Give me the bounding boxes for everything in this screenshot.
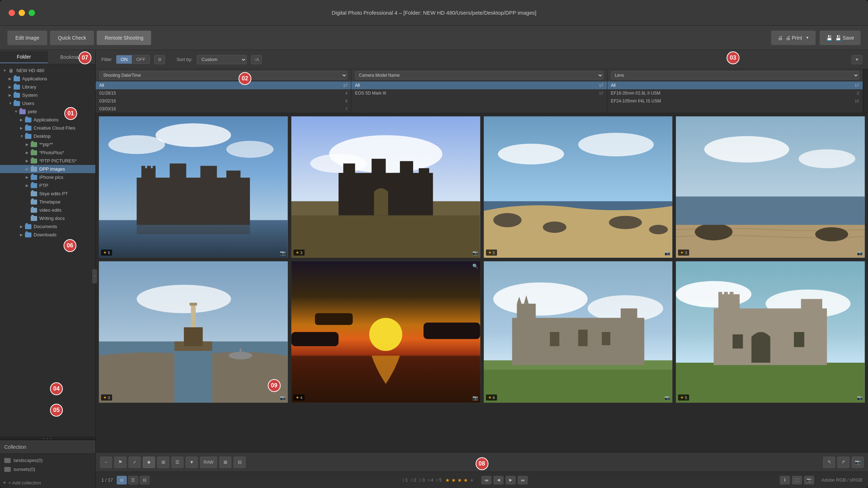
fullscreen-button[interactable]: ⛶ [792, 476, 802, 484]
camera-filter-item-all[interactable]: All 17 [351, 81, 607, 89]
save-button[interactable]: 💾 💾 Save [819, 30, 861, 45]
tree-item-downloads[interactable]: ▶ Downloads [0, 231, 95, 239]
collection-item-sunsets[interactable]: sunsets(0) [1, 465, 94, 474]
nav-next-button[interactable]: ▶ [506, 476, 516, 484]
sort-button[interactable]: ▼ [186, 457, 198, 468]
list-view-button[interactable]: ☰ [128, 476, 138, 484]
tree-item-pete[interactable]: ▼ pete [0, 107, 95, 116]
photo-cell-8[interactable]: ★ 5 📷 [676, 261, 865, 403]
multi-view-button[interactable]: ⊟ [140, 476, 150, 484]
photo-cell-7[interactable]: ★ 4 📷 [483, 261, 673, 403]
zoom-out-button[interactable]: − [100, 457, 112, 468]
info-button[interactable]: ℹ [780, 476, 790, 484]
date-filter-item-3[interactable]: 03/03/16 7 [96, 105, 351, 113]
view-multi-button[interactable]: ⊟ [234, 457, 246, 468]
tree-item-dpp-images[interactable]: ▶ DPP images [0, 165, 95, 173]
lens-filter-select[interactable]: Lens [611, 71, 859, 80]
chevron-icon: ▶ [26, 175, 31, 179]
tab-folder[interactable]: Folder [0, 51, 48, 63]
tree-item-photoplus[interactable]: ▶ *PhotoPlus* [0, 149, 95, 157]
meta-filter-date-header: Shooting Date/Time [96, 69, 351, 81]
camera2-button[interactable]: 📷 [804, 476, 814, 484]
tree-item-users[interactable]: ▼ Users [0, 99, 95, 107]
svg-rect-74 [794, 332, 804, 347]
rotate-left-button[interactable]: ↰ [823, 457, 835, 468]
svg-point-16 [310, 154, 367, 173]
raw-button[interactable]: RAW [200, 457, 217, 468]
meta-filter-row: Shooting Date/Time All 17 01/28/15 4 [96, 69, 868, 113]
tree-item-ptp[interactable]: ▶ PTP [0, 181, 95, 190]
tree-item-documents[interactable]: ▶ Documents [0, 222, 95, 231]
tree-item-iphone-pics[interactable]: ▶ iPhone pics [0, 173, 95, 181]
photo-cell-4[interactable]: ★ 3 📷 [676, 116, 865, 258]
tree-item-ptp-pictures[interactable]: ▶ *PTP PICTURES* [0, 157, 95, 165]
tree-item-applications[interactable]: ▶ Applications [0, 75, 95, 83]
filter-off-button[interactable]: OFF [132, 55, 150, 64]
grid-view-button[interactable]: ⊞ [117, 476, 127, 484]
photo-cell-2[interactable]: ★ 3 📷 [291, 116, 481, 258]
meta-filter-scrollbar[interactable] [863, 69, 868, 113]
camera-button[interactable]: 📷 [852, 457, 864, 468]
nav-last-button[interactable]: ⏭ [518, 476, 528, 484]
collection-item-landscapes[interactable]: landscapes(0) [1, 456, 94, 465]
minimize-button[interactable] [19, 10, 25, 16]
tree-item-video-edits[interactable]: video edits [0, 206, 95, 214]
svg-point-35 [695, 223, 733, 241]
rotate-right-button[interactable]: ↱ [837, 457, 849, 468]
date-filter-item-2[interactable]: 03/02/16 6 [96, 97, 351, 105]
tree-item-library[interactable]: ▶ Library [0, 83, 95, 91]
nav-prev-button[interactable]: ◀ [493, 476, 503, 484]
add-collection-button[interactable]: + + Add collection [0, 477, 95, 488]
close-button[interactable] [9, 10, 15, 16]
photo-cell-6[interactable]: ★ 4 🔍 📷 [291, 261, 481, 403]
camera-filter-item-5d[interactable]: EOS 5D Mark III 17 [351, 89, 607, 97]
print-button[interactable]: 🖨 🖨 Print ▼ [771, 30, 816, 45]
lens-filter-item-2[interactable]: EF24-105mm f/4L IS USM 15 [607, 97, 863, 105]
view-grid-button[interactable]: ⊞ [157, 457, 169, 468]
check-button[interactable]: ✓ [129, 457, 141, 468]
remote-shooting-button[interactable]: Remote Shooting [96, 30, 151, 45]
tree-item-writing-docs[interactable]: Writing docs [0, 214, 95, 222]
svg-rect-52 [315, 313, 353, 325]
tree-item-new-hd[interactable]: ▼ 🖥 NEW HD 480 [0, 66, 95, 75]
svg-rect-61 [550, 332, 559, 346]
photo-cell-5[interactable]: ★ 3 📷 09 [99, 261, 288, 403]
maximize-button[interactable] [29, 10, 35, 16]
camera-filter-select[interactable]: Camera Model Name [355, 71, 603, 80]
quick-check-button[interactable]: Quick Check [50, 30, 94, 45]
sort-order-button[interactable]: ↑A [251, 55, 262, 64]
tree-item-ptp-plus[interactable]: ▶ **ptp** [0, 140, 95, 149]
filter-options-button[interactable]: ⚙ [154, 55, 165, 64]
lens-filter-item-1[interactable]: EF16-35mm f/2.8L II USM 2 [607, 89, 863, 97]
tree-item-timelapse[interactable]: Timelapse [0, 198, 95, 206]
view-list-button[interactable]: ☰ [171, 457, 184, 468]
view-single-button[interactable]: ■ [143, 457, 155, 468]
tree-item-skye-edits[interactable]: Skye edits PT [0, 190, 95, 198]
view-compare-button[interactable]: ⊠ [219, 457, 231, 468]
flag-button[interactable]: ⚑ [114, 457, 126, 468]
filter-expand-button[interactable]: ▼ [852, 55, 862, 64]
tree-item-applications2[interactable]: ▶ Applications [0, 116, 95, 124]
photo-cell-1[interactable]: ★ 5 📷 [99, 116, 288, 258]
main-content: 07 03 Folder Bookmark 01 ▼ 🖥 NEW HD 480 [0, 50, 868, 488]
sidebar-collapse-button[interactable]: ‹ [92, 269, 97, 283]
folder-icon [31, 159, 37, 163]
photo-grid-container[interactable]: ★ 5 📷 [96, 113, 868, 452]
star-3: ★ [457, 477, 462, 483]
tree-label: *PhotoPlus* [39, 150, 64, 155]
edit-image-button[interactable]: Edit Image [7, 30, 47, 45]
annotation-08: 08 [476, 457, 488, 470]
tree-item-creative-cloud[interactable]: ▶ Creative Cloud Files [0, 124, 95, 132]
lens-filter-item-all[interactable]: All 17 [607, 81, 863, 89]
tree-item-system[interactable]: ▶ System [0, 91, 95, 99]
svg-rect-77 [730, 292, 734, 297]
nav-first-button[interactable]: ⏮ [481, 476, 491, 484]
tree-item-desktop[interactable]: ▼ Desktop [0, 132, 95, 140]
filter-on-button[interactable]: ON [116, 55, 132, 64]
date-filter-item-all[interactable]: All 17 [96, 81, 351, 89]
svg-rect-21 [371, 159, 386, 187]
sort-dropdown[interactable]: Custom File Name Date/Time Rating [197, 55, 247, 64]
photo-cell-3[interactable]: ★ 3 📷 [483, 116, 673, 258]
date-filter-item-1[interactable]: 01/28/15 4 [96, 89, 351, 97]
date-filter-select[interactable]: Shooting Date/Time [99, 71, 347, 80]
